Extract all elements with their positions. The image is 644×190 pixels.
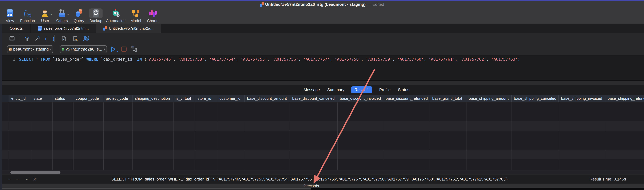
stop-query-button[interactable] [121, 46, 126, 52]
connection-select[interactable]: beaumont - staging [7, 45, 53, 53]
background-window-bottom-sliver [0, 188, 644, 190]
sql-token-string: 'A01757763' [491, 57, 518, 62]
sql-token-plain: , [204, 57, 210, 62]
tab-objects[interactable]: Objects [2, 24, 31, 33]
sql-token-string: 'A01757746' [147, 57, 173, 62]
explain-button[interactable] [82, 36, 89, 42]
grid-column-line [512, 102, 512, 170]
explain-plan-button[interactable] [131, 46, 138, 52]
beautify-sql-icon [34, 36, 40, 42]
sql-token-plain: , [236, 57, 241, 62]
column-header-protect_code[interactable]: protect_code [104, 95, 132, 102]
toolbar-button-backup[interactable]: Backup [89, 8, 102, 23]
column-header-base_discount_canceled[interactable]: base_discount_canceled [290, 95, 338, 102]
others-icon [58, 9, 66, 18]
toolbar-button-view[interactable]: View [3, 8, 16, 23]
column-header-base_shipping_invoiced[interactable]: base_shipping_invoiced [559, 95, 605, 102]
toolbar-separator [54, 35, 54, 42]
beautify-sql-button[interactable] [34, 36, 40, 42]
sql-token-string: 'A01757756' [272, 57, 298, 62]
delete-record-button[interactable]: − [16, 175, 18, 183]
editor-results-splitter[interactable] [0, 80, 644, 85]
column-header-shipping_description[interactable]: shipping_description [132, 95, 173, 102]
toolbar-button-function[interactable]: f(x) Function [20, 8, 35, 23]
grid-column-line [217, 102, 217, 170]
window-titlebar[interactable]: Untitled@v57nt2ntmo2a6_stg (beaumont - s… [0, 1, 644, 8]
result-tab-profile[interactable]: Profile [378, 86, 391, 93]
result-tab-status[interactable]: Status [398, 86, 410, 93]
sql-editor[interactable]: 1 SELECT * FROM `sales_order` WHERE `dax… [2, 55, 644, 80]
automation-icon [112, 9, 120, 18]
horizontal-scrollbar-thumb[interactable] [10, 171, 60, 174]
sql-token-keyword: IN [137, 57, 142, 62]
sql-token-plain: , [486, 57, 491, 62]
status-bar: 0 records [0, 183, 644, 188]
explain-icon [82, 36, 89, 42]
grid-column-line [290, 102, 290, 170]
explain-tree-icon [131, 46, 138, 52]
sql-token-string: 'A01757753' [178, 57, 204, 62]
discard-changes-button[interactable]: ✕ [32, 175, 36, 183]
column-header-is_virtual[interactable]: is_virtual [173, 95, 195, 102]
column-header-base_shipping_refunded[interactable]: base_shipping_refunded [605, 95, 644, 102]
tab-bar: Objects sales_order@v57nt2ntm... Untitle… [0, 24, 644, 33]
column-header-state[interactable]: state [31, 95, 52, 102]
stepper-chevrons-icon [50, 48, 51, 51]
column-header-store_id[interactable]: store_id [195, 95, 217, 102]
database-select[interactable]: v57nt2ntmo2a6_s... [60, 45, 107, 53]
result-tabbar: Message Summary Result 1 Profile Status [0, 85, 644, 95]
column-header-entity_id[interactable]: entity_id [9, 95, 31, 102]
sql-token-plain: , [173, 57, 178, 62]
column-header-base_grand_total[interactable]: base_grand_total [430, 95, 466, 102]
grid-body-empty[interactable] [2, 102, 644, 170]
toolbar-button-user[interactable]: ∨ User [38, 8, 52, 23]
column-header-coupon_code[interactable]: coupon_code [73, 95, 104, 102]
toolbar-button-automation[interactable]: Automation [106, 8, 126, 23]
export-result-button[interactable] [72, 36, 78, 42]
save-button[interactable] [9, 36, 15, 42]
function-icon: f(x) [23, 9, 32, 18]
tab-untitled-query[interactable]: Untitled@v57nt2ntmo2a... [96, 24, 161, 33]
column-header-base_shipping_canceled[interactable]: base_shipping_canceled [512, 95, 559, 102]
grid-column-line [31, 102, 31, 170]
toolbar-button-query[interactable]: Query [72, 8, 86, 23]
grid-column-line [466, 102, 466, 170]
result-tab-summary[interactable]: Summary [327, 86, 345, 93]
column-header-customer_id[interactable]: customer_id [217, 95, 245, 102]
user-icon [41, 9, 50, 18]
sql-token-keyword: FROM [40, 57, 50, 62]
column-header-base_discount_invoiced[interactable]: base_discount_invoiced [338, 95, 383, 102]
column-header-base_discount_refunded[interactable]: base_discount_refunded [383, 95, 430, 102]
sql-token-string: 'A01757754' [209, 57, 236, 62]
toolbar-button-model[interactable]: Model [129, 8, 142, 23]
apply-changes-button[interactable]: ✓ [26, 175, 30, 183]
toolbar-button-others[interactable]: ∨ Others [56, 8, 69, 23]
result-tab-message[interactable]: Message [303, 86, 320, 93]
query-doc-icon [103, 26, 107, 30]
line-number: 1 [9, 57, 15, 62]
run-query-button[interactable] [110, 46, 119, 52]
column-header-base_shipping_amount[interactable]: base_shipping_amount [466, 95, 512, 102]
backup-selected-highlight [89, 8, 102, 18]
add-record-button[interactable]: + [8, 175, 10, 183]
export-result-icon [72, 36, 78, 42]
charts-icon [148, 9, 157, 18]
sql-token-plain: , [392, 57, 397, 62]
column-header-status[interactable]: status [52, 95, 73, 102]
query-tab-panel: ( ) beaumont - staging v57nt2ntmo2a6_s..… [2, 33, 644, 55]
sql-token-string: 'A01757755' [241, 57, 267, 62]
tab-sales-order[interactable]: sales_order@v57nt2ntm... [31, 24, 96, 33]
query-icon [75, 9, 83, 18]
text-preview-button[interactable] [61, 36, 67, 42]
toolbar-button-charts[interactable]: Charts [146, 8, 159, 23]
toolbar-separator [19, 35, 20, 42]
sql-token-string: 'A01757761' [428, 57, 455, 62]
code-snippet-button[interactable]: ( ) [44, 36, 56, 42]
window-edited-badge: — Edited [367, 2, 384, 7]
sql-token-plain: , [361, 57, 366, 62]
result-tab-result1[interactable]: Result 1 [351, 86, 372, 93]
sql-token-string: 'A01757757' [303, 57, 330, 62]
background-window-top-edge [0, 0, 644, 1]
column-header-base_discount_amount[interactable]: base_discount_amount [245, 95, 290, 102]
query-builder-button[interactable] [24, 36, 30, 42]
